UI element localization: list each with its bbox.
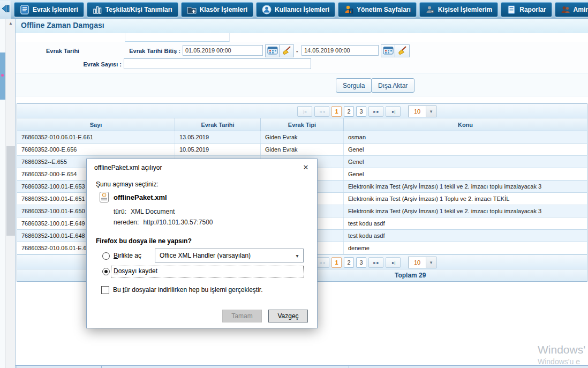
table-row[interactable]: 76860352-010.06.01-E.661 13.05.2019 Gide… — [17, 131, 587, 144]
pager-top: |◄◄◄123►►►|10▾ — [17, 104, 587, 118]
nav-menu-item[interactable]: Kullanıcı İşlemleri — [256, 2, 335, 17]
remember-checkbox[interactable] — [101, 286, 109, 294]
cell-evrak-tarihi: 10.05.2019 — [175, 144, 261, 155]
page-button-2[interactable]: 2 — [344, 257, 354, 268]
column-header-sayi[interactable]: Sayı — [17, 118, 175, 131]
calendar-icon — [383, 46, 394, 56]
dialog-file-name: offlinePaket.xml — [114, 193, 167, 201]
broom-icon — [281, 46, 292, 56]
date-start-calendar-button[interactable] — [265, 44, 280, 57]
page-size-select[interactable]: 10▾ — [408, 257, 436, 268]
next-page-button[interactable]: ►► — [368, 106, 383, 117]
scroll-up-icon[interactable]: ▲ — [6, 19, 16, 27]
cancel-button[interactable]: Vazgeç — [268, 310, 308, 322]
nav-menu-item[interactable]: Evrak İşlemleri — [14, 2, 84, 17]
page-button-3[interactable]: 3 — [356, 257, 366, 268]
cell-konu: Elektronik imza Test (Arşiv İmzası) 1 te… — [344, 181, 587, 192]
date-end-input[interactable] — [301, 45, 379, 56]
page-button-1[interactable]: 1 — [331, 106, 342, 117]
download-dialog: offlinePaket.xml açılıyor ✕ Şunu açmayı … — [86, 159, 318, 328]
left-panel-marker-dot — [1, 74, 4, 77]
supervisor-icon — [561, 5, 570, 14]
hidden-left-panel-edge — [0, 19, 5, 368]
file-type-value: XML Document — [131, 208, 175, 215]
page-size-select[interactable]: 10▾ — [408, 106, 436, 117]
vertical-scrollbar[interactable]: ▲ — [5, 19, 16, 368]
nav-menu-item[interactable]: Teşkilat/Kişi Tanımları — [87, 2, 178, 17]
column-header-evrak-tarihi[interactable]: Evrak Tarihi — [175, 118, 261, 131]
nav-menu-item[interactable]: Amir İşlemleri — [555, 2, 588, 17]
table-row[interactable]: 76860352-000-E.656 10.05.2019 Giden Evra… — [17, 144, 587, 156]
tab-strip — [16, 33, 588, 42]
date-end-calendar-button[interactable] — [381, 44, 396, 57]
cell-sayi: 76860352-000-E.656 — [17, 144, 175, 155]
date-start-input[interactable] — [183, 45, 263, 56]
collapse-panel-button[interactable] — [0, 1, 11, 19]
pager-controls: |◄◄◄123►►►|10▾ — [297, 257, 436, 268]
page-button-3[interactable]: 3 — [356, 106, 366, 117]
ok-button[interactable]: Tamam — [222, 310, 262, 322]
page-title: Offline Zaman Damgası — [21, 21, 104, 29]
report-icon — [507, 5, 516, 14]
nav-menu-item[interactable]: Raporlar — [501, 2, 552, 17]
page-title-bar: Offline Zaman Damgası — [16, 19, 588, 34]
cell-evrak-tarihi: 13.05.2019 — [175, 131, 261, 143]
cell-konu: osman — [344, 131, 587, 143]
prev-page-button[interactable]: ◄◄ — [314, 106, 329, 117]
scrollbar-thumb[interactable] — [6, 146, 15, 236]
broom-icon — [397, 46, 408, 56]
open-with-selected-value: Office XML Handler (varsayılan) — [155, 252, 291, 259]
evrak-tarihi-label: Evrak Tarihi — [46, 45, 79, 57]
table-header-row: Sayı Evrak Tarihi Evrak Tipi Konu — [17, 118, 587, 131]
file-source-label: nereden: — [114, 219, 139, 226]
cell-konu: Elektronik imza Test (Arşiv İmzası) 1 To… — [344, 193, 587, 205]
nav-menu-item[interactable]: Yönetim Sayfaları — [338, 2, 417, 17]
cell-konu: Genel — [344, 156, 587, 168]
date-start-clear-button[interactable] — [279, 44, 294, 57]
column-header-konu[interactable]: Konu — [344, 118, 587, 131]
page-button-1[interactable]: 1 — [331, 257, 342, 268]
close-icon[interactable]: ✕ — [299, 162, 313, 172]
dialog-file-source-row: nereden:http://10.101.30.57:7500 — [114, 219, 213, 226]
dialog-intro-text: Şunu açmayı seçtiniz: — [96, 181, 159, 188]
last-page-button[interactable]: ►| — [386, 257, 401, 268]
user-icon — [262, 5, 272, 14]
open-with-label[interactable]: Birlikte aç — [114, 252, 141, 259]
sorgula-button[interactable]: Sorgula — [336, 78, 372, 93]
date-end-clear-button[interactable] — [395, 44, 410, 57]
filter-form: Evrak Tarihi Evrak Tarihi Bitiş : - — [16, 42, 588, 73]
open-with-select[interactable]: Office XML Handler (varsayılan) ▾ — [155, 249, 304, 262]
save-file-label[interactable]: Dosyayı kaydet — [114, 267, 157, 275]
date-range-separator: - — [296, 45, 298, 57]
evrak-tarihi-bitis-label: Evrak Tarihi Bitiş : — [112, 45, 180, 57]
cell-konu: Genel — [344, 168, 587, 180]
first-page-button[interactable]: |◄ — [297, 106, 312, 117]
next-page-button[interactable]: ►► — [368, 257, 383, 268]
nav-menu: Evrak İşlemleri Teşkilat/Kişi Tanımları … — [11, 2, 588, 17]
nav-menu-item[interactable]: Klasör İşlemleri — [181, 2, 253, 17]
last-page-button[interactable]: ►| — [386, 106, 401, 117]
column-header-evrak-tipi[interactable]: Evrak Tipi — [261, 118, 344, 131]
app-screen: Evrak İşlemleri Teşkilat/Kişi Tanımları … — [0, 0, 588, 368]
evrak-sayisi-input[interactable] — [124, 58, 311, 69]
open-with-radio[interactable] — [102, 252, 110, 260]
disa-aktar-button[interactable]: Dışa Aktar — [371, 78, 414, 93]
collapse-left-icon — [0, 3, 11, 16]
total-label: Toplam 29 — [395, 272, 426, 279]
xml-file-icon — [100, 192, 109, 204]
calendar-icon — [267, 46, 278, 56]
chevron-down-icon: ▾ — [426, 106, 436, 117]
cell-konu: test kodu asdf — [344, 217, 587, 229]
remember-label[interactable]: Bu tür dosyalar indirilirken hep bu işle… — [113, 286, 262, 294]
cell-konu: deneme — [344, 242, 587, 254]
save-file-radio[interactable] — [102, 268, 110, 275]
page-size-value: 10 — [409, 106, 426, 117]
page-button-2[interactable]: 2 — [344, 106, 354, 117]
ghost-tab — [125, 33, 230, 42]
pager-controls: |◄◄◄123►►►|10▾ — [297, 106, 436, 117]
orgchart-icon — [93, 5, 102, 14]
cell-evrak-tipi: Giden Evrak — [261, 144, 344, 155]
cell-konu: Genel — [344, 144, 587, 155]
dialog-file-type-row: türü:XML Document — [114, 208, 175, 215]
nav-menu-item[interactable]: Kişisel İşlemlerim — [419, 2, 498, 17]
